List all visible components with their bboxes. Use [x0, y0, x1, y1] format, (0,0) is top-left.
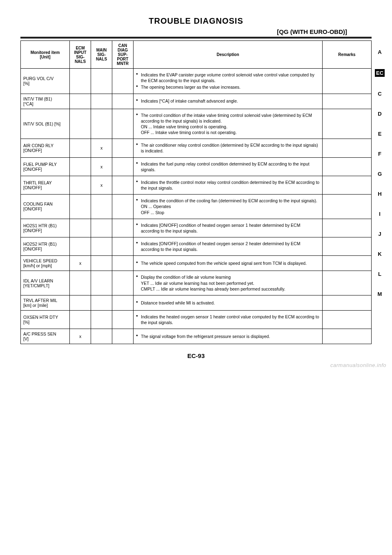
cell-main	[91, 329, 112, 344]
cell-remarks	[323, 139, 372, 157]
table-row: VEHICLE SPEED[km/h] or [mph]xThe vehicle…	[21, 256, 372, 271]
table-row: A/C PRESS SEN[V]xThe signal voltage from…	[21, 329, 372, 344]
cell-ecm	[70, 310, 91, 329]
cell-remarks	[323, 157, 372, 176]
cell-description: Indicates [°CA] of intake camshaft advan…	[134, 94, 323, 109]
cell-ecm	[70, 271, 91, 295]
cell-item: A/C PRESS SEN[V]	[21, 329, 70, 344]
table-row: PURG VOL C/V[%]Indicates the EVAP canist…	[21, 69, 372, 94]
th-description: Description	[134, 41, 323, 69]
th-main: MAINSIG-NALS	[91, 41, 112, 69]
cell-item: INT/V TIM (B1)[°CA]	[21, 94, 70, 109]
cell-item: IDL A/V LEARN[YET/CMPLT]	[21, 271, 70, 295]
desc-bullet: Display the condition of Idle air volume…	[136, 274, 320, 292]
cell-main	[91, 271, 112, 295]
table-row: FUEL PUMP RLY[ON/OFF]xIndicates the fuel…	[21, 157, 372, 176]
cell-can	[112, 295, 134, 310]
table-row: INT/V TIM (B1)[°CA]Indicates [°CA] of in…	[21, 94, 372, 109]
th-can: CANDIAGSUP-PORTMNTR	[112, 41, 134, 69]
page-subtitle: [QG (WITH EURO-OBD)]	[20, 28, 372, 35]
section-letter: G	[375, 171, 385, 177]
cell-description: The vehicle speed computed from the vehi…	[134, 256, 323, 271]
cell-can	[112, 237, 134, 256]
page: TROUBLE DIAGNOSIS [QG (WITH EURO-OBD)] A…	[0, 0, 392, 371]
cell-ecm	[70, 176, 91, 194]
cell-main: x	[91, 176, 112, 194]
cell-can	[112, 329, 134, 344]
cell-description: Indicates [ON/OFF] condition of heated o…	[134, 237, 323, 256]
cell-item: HO2S2 HTR (B1)[ON/OFF]	[21, 237, 70, 256]
cell-can	[112, 176, 134, 194]
section-letter: M	[375, 291, 385, 297]
cell-remarks	[323, 256, 372, 271]
desc-bullet: The air conditioner relay control condit…	[136, 142, 320, 154]
desc-bullet: The signal voltage from the refrigerant …	[136, 333, 320, 339]
cell-ecm: x	[70, 256, 91, 271]
cell-description: Indicates the EVAP canister purge volume…	[134, 69, 323, 94]
cell-main	[91, 219, 112, 237]
cell-ecm	[70, 195, 91, 219]
section-letter: L	[375, 271, 385, 277]
table-header-row: Monitored item[Unit] ECMINPUTSIG-NALS MA…	[21, 41, 372, 69]
cell-can	[112, 139, 134, 157]
cell-remarks	[323, 310, 372, 329]
cell-ecm	[70, 69, 91, 94]
desc-bullet: The control condition of the intake valv…	[136, 112, 320, 136]
page-footer: EC-93	[20, 352, 372, 359]
cell-description: Display the condition of Idle air volume…	[134, 271, 323, 295]
cell-can	[112, 310, 134, 329]
th-ecm: ECMINPUTSIG-NALS	[70, 41, 91, 69]
section-letter: K	[375, 251, 385, 257]
desc-bullet: Distance traveled while MI is activated.	[136, 300, 320, 306]
cell-main	[91, 256, 112, 271]
divider	[20, 38, 372, 39]
cell-description: Indicates the heated oxygen sensor 1 hea…	[134, 310, 323, 329]
desc-bullet: Indicates the fuel pump relay control co…	[136, 161, 320, 172]
cell-ecm	[70, 94, 91, 109]
desc-bullet: Indicates [°CA] of intake camshaft advan…	[136, 98, 320, 104]
cell-ecm	[70, 157, 91, 176]
section-letter: D	[375, 111, 385, 117]
desc-bullet: Indicates the condition of the cooling f…	[136, 198, 320, 215]
desc-bullet: Indicates the heated oxygen sensor 1 hea…	[136, 314, 320, 325]
section-index: AECCDEFGHIJKLM	[375, 49, 385, 311]
cell-item: HO2S1 HTR (B1)[ON/OFF]	[21, 219, 70, 237]
desc-bullet: The opening becomes larger as the value …	[136, 84, 320, 90]
cell-remarks	[323, 329, 372, 344]
cell-remarks	[323, 109, 372, 139]
cell-can	[112, 157, 134, 176]
cell-item: AIR COND RLY[ON/OFF]	[21, 139, 70, 157]
section-letter: EC	[375, 69, 385, 77]
watermark: carmanualsonline.info	[330, 362, 386, 368]
cell-item: VEHICLE SPEED[km/h] or [mph]	[21, 256, 70, 271]
desc-bullet: Indicates [ON/OFF] condition of heated o…	[136, 241, 320, 252]
cell-remarks	[323, 271, 372, 295]
cell-remarks	[323, 237, 372, 256]
page-title: TROUBLE DIAGNOSIS	[20, 16, 372, 26]
cell-remarks	[323, 295, 372, 310]
cell-item: COOLING FAN[ON/OFF]	[21, 195, 70, 219]
cell-item: FUEL PUMP RLY[ON/OFF]	[21, 157, 70, 176]
section-letter: F	[375, 151, 385, 157]
desc-bullet: The vehicle speed computed from the vehi…	[136, 260, 320, 266]
th-remarks: Remarks	[323, 41, 372, 69]
table-row: IDL A/V LEARN[YET/CMPLT]Display the cond…	[21, 271, 372, 295]
cell-can	[112, 69, 134, 94]
cell-description: Indicates [ON/OFF] condition of heated o…	[134, 219, 323, 237]
cell-item: TRVL AFTER MIL[km] or [mile]	[21, 295, 70, 310]
cell-remarks	[323, 219, 372, 237]
cell-description: Indicates the throttle control motor rel…	[134, 176, 323, 194]
cell-main: x	[91, 157, 112, 176]
cell-ecm: x	[70, 329, 91, 344]
cell-description: The signal voltage from the refrigerant …	[134, 329, 323, 344]
table-row: AIR COND RLY[ON/OFF]xThe air conditioner…	[21, 139, 372, 157]
cell-main	[91, 109, 112, 139]
cell-remarks	[323, 94, 372, 109]
desc-bullet: Indicates [ON/OFF] condition of heated o…	[136, 222, 320, 234]
cell-item: THRTL RELAY[ON/OFF]	[21, 176, 70, 194]
cell-can	[112, 195, 134, 219]
cell-item: OXSEN HTR DTY[%]	[21, 310, 70, 329]
cell-main: x	[91, 139, 112, 157]
cell-description: Indicates the condition of the cooling f…	[134, 195, 323, 219]
table-row: OXSEN HTR DTY[%]Indicates the heated oxy…	[21, 310, 372, 329]
